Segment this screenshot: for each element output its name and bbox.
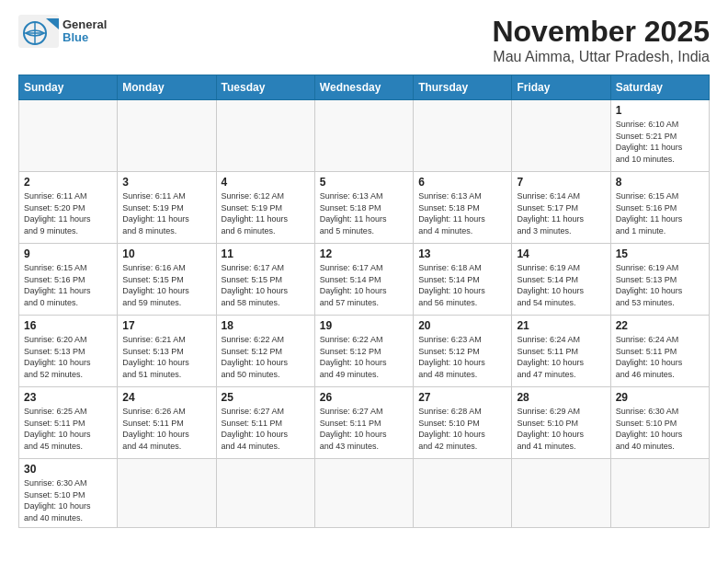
day-number: 25 xyxy=(222,391,310,404)
calendar-header-sunday: Sunday xyxy=(19,75,118,100)
calendar-cell: 22Sunrise: 6:24 AM Sunset: 5:11 PM Dayli… xyxy=(610,316,709,387)
day-number: 4 xyxy=(222,176,310,189)
day-number: 24 xyxy=(122,391,210,404)
day-info: Sunrise: 6:25 AM Sunset: 5:11 PM Dayligh… xyxy=(24,406,112,452)
day-info: Sunrise: 6:27 AM Sunset: 5:11 PM Dayligh… xyxy=(222,406,310,452)
calendar-cell xyxy=(216,100,314,172)
day-number: 15 xyxy=(616,247,704,260)
day-number: 19 xyxy=(320,319,408,332)
day-number: 14 xyxy=(517,247,605,260)
day-info: Sunrise: 6:16 AM Sunset: 5:15 PM Dayligh… xyxy=(122,262,210,308)
day-info: Sunrise: 6:17 AM Sunset: 5:15 PM Dayligh… xyxy=(222,262,310,308)
calendar-cell: 2Sunrise: 6:11 AM Sunset: 5:20 PM Daylig… xyxy=(19,172,118,244)
day-info: Sunrise: 6:12 AM Sunset: 5:19 PM Dayligh… xyxy=(222,190,310,236)
calendar-cell xyxy=(19,100,118,172)
calendar-week-2: 2Sunrise: 6:11 AM Sunset: 5:20 PM Daylig… xyxy=(19,172,710,244)
day-number: 28 xyxy=(517,391,605,404)
calendar-cell xyxy=(512,459,610,528)
day-info: Sunrise: 6:13 AM Sunset: 5:18 PM Dayligh… xyxy=(418,190,506,236)
day-info: Sunrise: 6:30 AM Sunset: 5:10 PM Dayligh… xyxy=(616,406,704,452)
calendar: SundayMondayTuesdayWednesdayThursdayFrid… xyxy=(18,75,710,528)
calendar-cell: 10Sunrise: 6:16 AM Sunset: 5:15 PM Dayli… xyxy=(118,244,216,316)
calendar-cell xyxy=(314,100,413,172)
day-number: 30 xyxy=(24,463,112,476)
day-info: Sunrise: 6:26 AM Sunset: 5:11 PM Dayligh… xyxy=(122,406,210,452)
day-info: Sunrise: 6:30 AM Sunset: 5:10 PM Dayligh… xyxy=(24,477,112,523)
day-info: Sunrise: 6:22 AM Sunset: 5:12 PM Dayligh… xyxy=(320,334,408,380)
day-info: Sunrise: 6:13 AM Sunset: 5:18 PM Dayligh… xyxy=(320,190,408,236)
calendar-cell: 27Sunrise: 6:28 AM Sunset: 5:10 PM Dayli… xyxy=(414,387,512,459)
calendar-cell: 8Sunrise: 6:15 AM Sunset: 5:16 PM Daylig… xyxy=(610,172,709,244)
calendar-cell: 6Sunrise: 6:13 AM Sunset: 5:18 PM Daylig… xyxy=(414,172,512,244)
calendar-cell: 13Sunrise: 6:18 AM Sunset: 5:14 PM Dayli… xyxy=(414,244,512,316)
day-number: 26 xyxy=(320,391,408,404)
day-info: Sunrise: 6:15 AM Sunset: 5:16 PM Dayligh… xyxy=(616,190,704,236)
day-number: 8 xyxy=(616,176,704,189)
day-number: 18 xyxy=(222,319,310,332)
calendar-header-saturday: Saturday xyxy=(610,75,709,100)
calendar-header-monday: Monday xyxy=(118,75,216,100)
calendar-week-3: 9Sunrise: 6:15 AM Sunset: 5:16 PM Daylig… xyxy=(19,244,710,316)
day-number: 23 xyxy=(24,391,112,404)
day-info: Sunrise: 6:11 AM Sunset: 5:20 PM Dayligh… xyxy=(24,190,112,236)
day-info: Sunrise: 6:22 AM Sunset: 5:12 PM Dayligh… xyxy=(222,334,310,380)
calendar-header-row: SundayMondayTuesdayWednesdayThursdayFrid… xyxy=(19,75,710,100)
calendar-cell: 15Sunrise: 6:19 AM Sunset: 5:13 PM Dayli… xyxy=(610,244,709,316)
calendar-cell: 18Sunrise: 6:22 AM Sunset: 5:12 PM Dayli… xyxy=(216,316,314,387)
calendar-header-friday: Friday xyxy=(512,75,610,100)
logo-general-text: General xyxy=(63,18,107,31)
calendar-cell xyxy=(414,100,512,172)
day-number: 6 xyxy=(418,176,506,189)
calendar-cell: 9Sunrise: 6:15 AM Sunset: 5:16 PM Daylig… xyxy=(19,244,118,316)
day-info: Sunrise: 6:23 AM Sunset: 5:12 PM Dayligh… xyxy=(418,334,506,380)
calendar-cell: 24Sunrise: 6:26 AM Sunset: 5:11 PM Dayli… xyxy=(118,387,216,459)
calendar-cell: 30Sunrise: 6:30 AM Sunset: 5:10 PM Dayli… xyxy=(19,459,118,528)
day-number: 10 xyxy=(122,247,210,260)
calendar-cell xyxy=(414,459,512,528)
day-number: 1 xyxy=(616,104,704,117)
day-number: 20 xyxy=(418,319,506,332)
day-number: 27 xyxy=(418,391,506,404)
calendar-cell: 23Sunrise: 6:25 AM Sunset: 5:11 PM Dayli… xyxy=(19,387,118,459)
title-area: November 2025 Mau Aimma, Uttar Pradesh, … xyxy=(492,15,710,65)
day-info: Sunrise: 6:19 AM Sunset: 5:13 PM Dayligh… xyxy=(616,262,704,308)
day-number: 21 xyxy=(517,319,605,332)
calendar-cell xyxy=(512,100,610,172)
calendar-cell: 3Sunrise: 6:11 AM Sunset: 5:19 PM Daylig… xyxy=(118,172,216,244)
calendar-week-4: 16Sunrise: 6:20 AM Sunset: 5:13 PM Dayli… xyxy=(19,316,710,387)
day-number: 29 xyxy=(616,391,704,404)
day-info: Sunrise: 6:24 AM Sunset: 5:11 PM Dayligh… xyxy=(517,334,605,380)
calendar-cell: 12Sunrise: 6:17 AM Sunset: 5:14 PM Dayli… xyxy=(314,244,413,316)
calendar-cell: 11Sunrise: 6:17 AM Sunset: 5:15 PM Dayli… xyxy=(216,244,314,316)
calendar-cell: 28Sunrise: 6:29 AM Sunset: 5:10 PM Dayli… xyxy=(512,387,610,459)
day-number: 2 xyxy=(24,176,112,189)
day-info: Sunrise: 6:11 AM Sunset: 5:19 PM Dayligh… xyxy=(122,190,210,236)
day-info: Sunrise: 6:28 AM Sunset: 5:10 PM Dayligh… xyxy=(418,406,506,452)
day-info: Sunrise: 6:10 AM Sunset: 5:21 PM Dayligh… xyxy=(616,119,704,165)
calendar-cell: 25Sunrise: 6:27 AM Sunset: 5:11 PM Dayli… xyxy=(216,387,314,459)
calendar-cell: 1Sunrise: 6:10 AM Sunset: 5:21 PM Daylig… xyxy=(610,100,709,172)
day-info: Sunrise: 6:24 AM Sunset: 5:11 PM Dayligh… xyxy=(616,334,704,380)
calendar-cell: 29Sunrise: 6:30 AM Sunset: 5:10 PM Dayli… xyxy=(610,387,709,459)
calendar-cell xyxy=(314,459,413,528)
day-info: Sunrise: 6:29 AM Sunset: 5:10 PM Dayligh… xyxy=(517,406,605,452)
day-info: Sunrise: 6:27 AM Sunset: 5:11 PM Dayligh… xyxy=(320,406,408,452)
day-info: Sunrise: 6:21 AM Sunset: 5:13 PM Dayligh… xyxy=(122,334,210,380)
day-info: Sunrise: 6:19 AM Sunset: 5:14 PM Dayligh… xyxy=(517,262,605,308)
day-number: 5 xyxy=(320,176,408,189)
day-number: 9 xyxy=(24,247,112,260)
calendar-cell: 7Sunrise: 6:14 AM Sunset: 5:17 PM Daylig… xyxy=(512,172,610,244)
day-info: Sunrise: 6:17 AM Sunset: 5:14 PM Dayligh… xyxy=(320,262,408,308)
logo-blue-text: Blue xyxy=(63,31,107,44)
calendar-cell xyxy=(118,459,216,528)
calendar-week-6: 30Sunrise: 6:30 AM Sunset: 5:10 PM Dayli… xyxy=(19,459,710,528)
calendar-cell: 4Sunrise: 6:12 AM Sunset: 5:19 PM Daylig… xyxy=(216,172,314,244)
day-number: 7 xyxy=(517,176,605,189)
calendar-cell: 19Sunrise: 6:22 AM Sunset: 5:12 PM Dayli… xyxy=(314,316,413,387)
day-number: 13 xyxy=(418,247,506,260)
calendar-cell xyxy=(216,459,314,528)
header: General Blue November 2025 Mau Aimma, Ut… xyxy=(18,15,710,65)
day-number: 22 xyxy=(616,319,704,332)
location-title: Mau Aimma, Uttar Pradesh, India xyxy=(492,49,710,65)
day-number: 17 xyxy=(122,319,210,332)
